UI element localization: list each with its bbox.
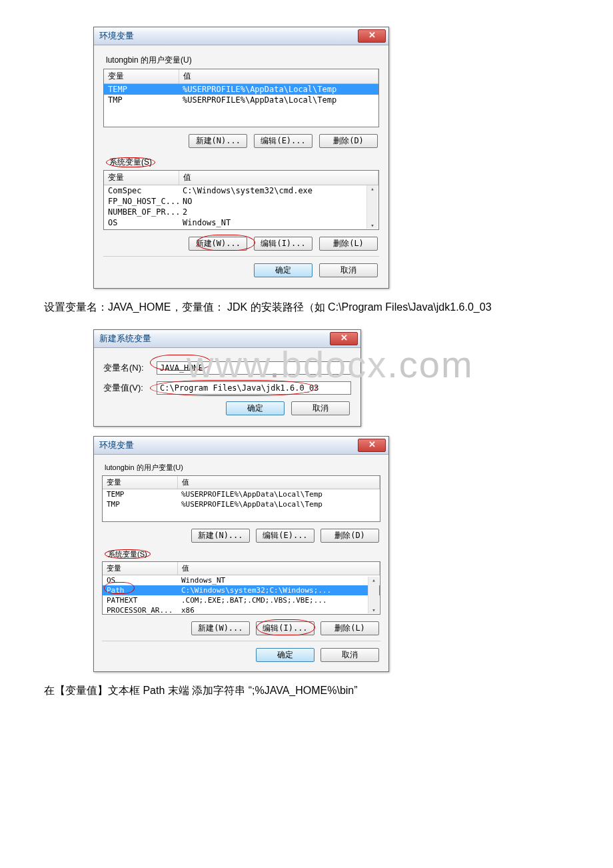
col-val-header: 值 (179, 69, 378, 83)
delete-sys-var-button[interactable]: 删除(L) (319, 237, 378, 251)
ok-button[interactable]: 确定 (226, 401, 285, 415)
ok-button[interactable]: 确定 (254, 263, 312, 277)
user-vars-list[interactable]: 变量 值 TEMP %USERPROFILE%\AppData\Local\Te… (102, 475, 380, 522)
dialog-title: 环境变量 ✕ (94, 437, 388, 455)
var-value-label: 变量值(V): (103, 382, 157, 394)
edit-user-var-button[interactable]: 编辑(E)... (256, 529, 314, 543)
scroll-up-icon[interactable]: ▴ (368, 577, 379, 583)
list-item[interactable]: NUMBER_OF_PR... 2 (104, 207, 378, 217)
user-vars-label: lutongbin 的用户变量(U) (106, 55, 379, 66)
new-sys-var-button[interactable]: 新建(W)... (191, 621, 250, 635)
list-item[interactable]: ComSpec C:\Windows\system32\cmd.exe (104, 185, 378, 196)
system-vars-label: 系统变量(S) (105, 549, 380, 559)
delete-user-var-button[interactable]: 删除(D) (319, 134, 378, 148)
close-icon[interactable]: ✕ (358, 29, 386, 43)
user-vars-label: lutongbin 的用户变量(U) (105, 463, 380, 473)
edit-sys-var-button[interactable]: 编辑(I)... (254, 237, 312, 251)
list-item[interactable]: FP_NO_HOST_C... NO (104, 196, 378, 207)
instruction-paragraph-2: 在【变量值】文本框 Path 末端 添加字符串 “;%JAVA_HOME%\bi… (20, 681, 593, 699)
list-item[interactable]: OS Windows_NT (103, 575, 380, 585)
col-var-header: 变量 (104, 171, 179, 185)
new-system-var-dialog: 新建系统变量 ✕ 变量名(N): 变量值(V): 确定 取消 (93, 329, 361, 427)
close-icon[interactable]: ✕ (358, 439, 386, 452)
delete-user-var-button[interactable]: 删除(D) (320, 529, 379, 543)
edit-user-var-button[interactable]: 编辑(E)... (254, 134, 312, 148)
col-val-header: 值 (179, 171, 378, 185)
env-vars-dialog-1: 环境变量 ✕ lutongbin 的用户变量(U) 变量 值 TEMP %USE… (93, 27, 389, 289)
instruction-paragraph-1: 设置变量名：JAVA_HOME，变量值： JDK 的安装路径（如 C:\Prog… (20, 298, 593, 316)
col-val-header: 值 (178, 476, 380, 489)
col-var-header: 变量 (104, 69, 179, 83)
title-text: 新建系统变量 (99, 333, 151, 343)
system-vars-list[interactable]: 变量 值 OS Windows_NT Path C:\Windows\syste… (102, 561, 380, 615)
list-item[interactable]: PATHEXT .COM;.EXE;.BAT;.CMD;.VBS;.VBE;..… (103, 595, 380, 605)
scroll-down-icon[interactable]: ▾ (368, 607, 379, 613)
new-user-var-button[interactable]: 新建(N)... (189, 134, 247, 148)
scrollbar[interactable]: ▴▾ (366, 185, 378, 229)
list-item[interactable]: TEMP %USERPROFILE%\AppData\Local\Temp (104, 84, 378, 95)
scroll-up-icon[interactable]: ▴ (367, 185, 378, 192)
circled-label: 系统变量(S) (106, 157, 155, 167)
cancel-button[interactable]: 取消 (319, 263, 378, 277)
circled-label: 系统变量(S) (105, 549, 151, 559)
edit-sys-var-button[interactable]: 编辑(I)... (256, 621, 314, 635)
env-vars-dialog-2: 环境变量 ✕ lutongbin 的用户变量(U) 变量 值 TEMP %USE… (93, 436, 389, 672)
scrollbar[interactable]: ▴▾ (368, 577, 379, 613)
user-vars-list[interactable]: 变量 值 TEMP %USERPROFILE%\AppData\Local\Te… (103, 69, 379, 127)
cancel-button[interactable]: 取消 (291, 401, 350, 415)
var-name-label: 变量名(N): (103, 362, 157, 374)
col-var-header: 变量 (103, 562, 178, 575)
list-item[interactable]: OS Windows_NT (104, 217, 378, 228)
cancel-button[interactable]: 取消 (320, 648, 379, 662)
list-item[interactable]: Path C:\Windows\system32;C:\Windows;... (103, 585, 380, 595)
var-name-input[interactable] (157, 361, 351, 375)
new-sys-var-button[interactable]: 新建(W)... (189, 237, 247, 251)
title-text: 环境变量 (99, 31, 134, 41)
title-text: 环境变量 (99, 440, 134, 450)
list-item[interactable]: TMP %USERPROFILE%\AppData\Local\Temp (103, 499, 380, 509)
list-item[interactable]: PROCESSOR_AR... x86 (103, 605, 380, 615)
col-val-header: 值 (178, 562, 380, 575)
new-user-var-button[interactable]: 新建(N)... (191, 529, 250, 543)
system-vars-list[interactable]: 变量 值 ComSpec C:\Windows\system32\cmd.exe… (103, 170, 379, 230)
list-item[interactable]: TMP %USERPROFILE%\AppData\Local\Temp (104, 95, 378, 105)
var-value-input[interactable] (157, 381, 351, 395)
dialog-title: 环境变量 ✕ (94, 27, 388, 45)
col-var-header: 变量 (103, 476, 178, 489)
scroll-down-icon[interactable]: ▾ (367, 222, 378, 229)
close-icon[interactable]: ✕ (330, 332, 358, 345)
delete-sys-var-button[interactable]: 删除(L) (320, 621, 379, 635)
ok-button[interactable]: 确定 (256, 648, 314, 662)
list-item[interactable]: TEMP %USERPROFILE%\AppData\Local\Temp (103, 489, 380, 499)
system-vars-label: 系统变量(S) (106, 157, 379, 167)
dialog-title: 新建系统变量 ✕ (94, 330, 360, 348)
